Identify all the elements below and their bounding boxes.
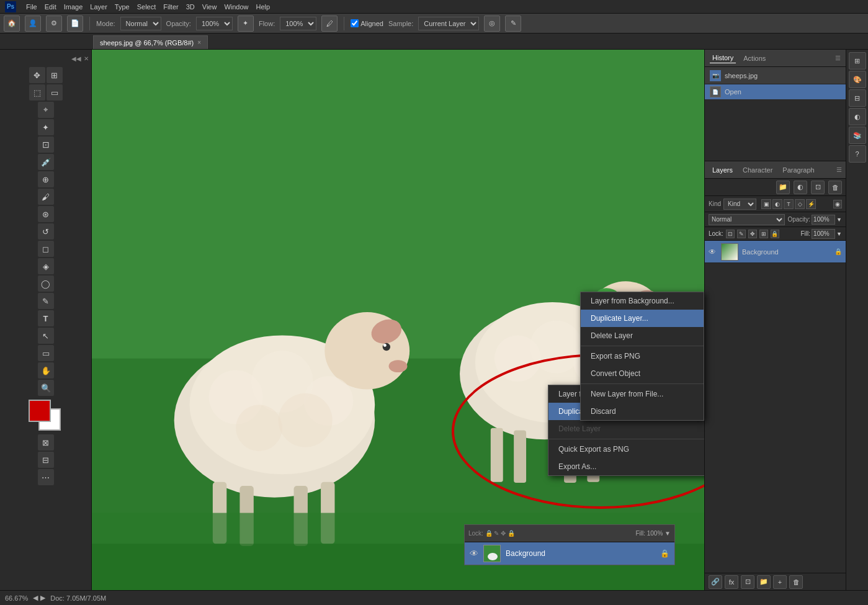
brush-tool[interactable]: 🖌	[38, 189, 54, 205]
create-group-btn[interactable]: 📁	[757, 575, 771, 589]
document-tab[interactable]: sheeps.jpg @ 66,7% (RGB/8#) ×	[93, 35, 208, 49]
brush-preset-btn[interactable]: ✎	[505, 16, 521, 32]
menu-filter[interactable]: Filter	[163, 3, 178, 11]
blend-mode-select[interactable]: Normal Dissolve Multiply	[709, 214, 785, 225]
properties-btn[interactable]: ⊟	[849, 89, 866, 107]
lock-pixels-btn[interactable]: ✎	[737, 230, 746, 238]
menu-type[interactable]: Type	[115, 3, 130, 11]
menu-window[interactable]: Window	[224, 3, 248, 11]
artboard-tool[interactable]: ⊞	[47, 67, 63, 83]
flow-select[interactable]: 100%	[280, 17, 316, 30]
filter-adjustment-btn[interactable]: ◐	[772, 199, 782, 209]
dodge-tool[interactable]: ◯	[38, 276, 54, 292]
rect-select-tool[interactable]: ⬚	[29, 84, 45, 101]
history-tab[interactable]: History	[710, 53, 736, 63]
menu-help[interactable]: Help	[256, 3, 271, 11]
adjustments-btn[interactable]: ◐	[849, 108, 866, 125]
home-button[interactable]: 🏠	[4, 16, 20, 32]
opacity-select[interactable]: 100%	[196, 17, 233, 30]
gradient-tool[interactable]: ◈	[38, 258, 54, 274]
screen-mode-tool[interactable]: ⊟	[38, 452, 54, 468]
eraser-tool[interactable]: ◻	[38, 241, 54, 257]
healing-tool[interactable]: ⊕	[38, 171, 54, 187]
learn-btn[interactable]: ?	[849, 145, 866, 163]
lock-all-btn[interactable]: 🔒	[771, 230, 779, 238]
opacity-dropdown-icon[interactable]: ▼	[836, 217, 842, 223]
pen-tool[interactable]: ✎	[38, 293, 54, 309]
filter-type-btn[interactable]: T	[784, 199, 794, 209]
toolbar-collapse-icon[interactable]: ◀◀	[71, 55, 81, 62]
clone-tool[interactable]: ⊛	[38, 206, 54, 222]
user-button[interactable]: 👤	[25, 16, 41, 32]
canvas-layer-item[interactable]: 👁 Background 🔒	[465, 542, 674, 565]
ctx-right-layer-from-bg[interactable]: Layer from Background...	[581, 292, 704, 310]
filter-shape-btn[interactable]: ◇	[795, 199, 805, 209]
sample-select[interactable]: Current Layer	[418, 17, 479, 30]
more-tools[interactable]: ⋯	[38, 469, 54, 485]
menu-view[interactable]: View	[202, 3, 217, 11]
fill-dropdown-icon[interactable]: ▼	[836, 231, 842, 237]
ctx-right-delete[interactable]: Delete Layer	[581, 327, 704, 344]
filter-pixel-btn[interactable]: ▣	[761, 199, 771, 209]
menu-file[interactable]: File	[26, 3, 37, 11]
path-select-tool[interactable]: ↖	[38, 328, 54, 344]
crop-tool[interactable]: ⊡	[38, 137, 54, 153]
aligned-checkbox[interactable]	[351, 19, 359, 27]
nav-next-icon[interactable]: ▶	[40, 594, 45, 602]
history-open-item[interactable]: 📄 Open	[705, 84, 846, 99]
ctx-quick-export[interactable]: Quick Export as PNG	[548, 441, 704, 458]
new-layer-btn[interactable]: +	[773, 575, 787, 589]
link-layers-btn[interactable]: 🔗	[709, 575, 722, 589]
text-tool[interactable]: T	[38, 310, 54, 326]
history-file-item[interactable]: 📷 sheeps.jpg	[705, 67, 846, 84]
eyedropper-tool[interactable]: 💉	[38, 154, 54, 170]
menu-select[interactable]: Select	[137, 3, 156, 11]
history-menu-btn[interactable]: ☰	[835, 55, 841, 61]
lock-transparent-btn[interactable]: ⊡	[726, 230, 735, 238]
layer-visibility-toggle[interactable]: 👁	[709, 248, 717, 256]
tab-close-button[interactable]: ×	[197, 39, 201, 46]
menu-edit[interactable]: Edit	[45, 3, 56, 11]
layers-tab[interactable]: Layers	[709, 165, 736, 175]
ctx-right-convert[interactable]: Convert Object	[581, 365, 704, 382]
delete-footer-btn[interactable]: 🗑	[789, 575, 803, 589]
filter-toggle-btn[interactable]: ◉	[833, 200, 842, 208]
quick-select-tool[interactable]: ✦	[38, 119, 54, 135]
ctx-right-export-png[interactable]: Export as PNG	[581, 347, 704, 365]
zoom-tool[interactable]: 🔍	[38, 380, 54, 396]
add-style-btn[interactable]: fx	[725, 575, 738, 589]
add-mask-btn[interactable]: ⊡	[811, 181, 825, 194]
mode-select[interactable]: Normal	[120, 17, 161, 30]
nav-prev-icon[interactable]: ◀	[33, 594, 38, 602]
add-mask-footer-btn[interactable]: ⊡	[741, 575, 754, 589]
paragraph-tab[interactable]: Paragraph	[779, 165, 818, 175]
channels-btn[interactable]: ⊞	[849, 52, 866, 69]
new-group-btn[interactable]: 📁	[776, 181, 790, 194]
quick-mask-tool[interactable]: ⊠	[38, 434, 54, 450]
menu-layer[interactable]: Layer	[90, 3, 107, 11]
move-tool[interactable]: ✥	[29, 67, 45, 83]
toolbar-close-icon[interactable]: ✕	[84, 55, 89, 62]
lasso-tool[interactable]: ⌖	[38, 102, 54, 118]
new-adjustment-btn[interactable]: ◐	[794, 181, 807, 194]
libraries-btn[interactable]: 📚	[849, 127, 866, 144]
fill-input[interactable]	[812, 229, 835, 239]
settings-button[interactable]: ⚙	[46, 16, 62, 32]
menu-3d[interactable]: 3D	[186, 3, 195, 11]
hand-tool[interactable]: ✋	[38, 362, 54, 379]
kind-filter-select[interactable]: Kind Name Effect	[723, 199, 756, 210]
ctx-right-discard[interactable]: Discard	[581, 403, 704, 420]
lock-position-btn[interactable]: ✥	[748, 230, 757, 238]
layer-visibility-icon[interactable]: 👁	[470, 549, 478, 558]
single-row-tool[interactable]: ▭	[47, 84, 63, 101]
ctx-export-as[interactable]: Export As...	[548, 458, 704, 475]
document-button[interactable]: 📄	[67, 16, 83, 32]
swatches-btn[interactable]: 🎨	[849, 71, 866, 88]
rectangle-tool[interactable]: ▭	[38, 345, 54, 361]
airbrush-toggle[interactable]: ✦	[238, 16, 254, 32]
lock-artboard-btn[interactable]: ⊞	[759, 230, 768, 238]
character-tab[interactable]: Character	[739, 165, 776, 175]
layers-menu-btn[interactable]: ☰	[836, 166, 842, 173]
menu-image[interactable]: Image	[64, 3, 83, 11]
ctx-right-duplicate[interactable]: Duplicate Layer...	[581, 310, 704, 327]
